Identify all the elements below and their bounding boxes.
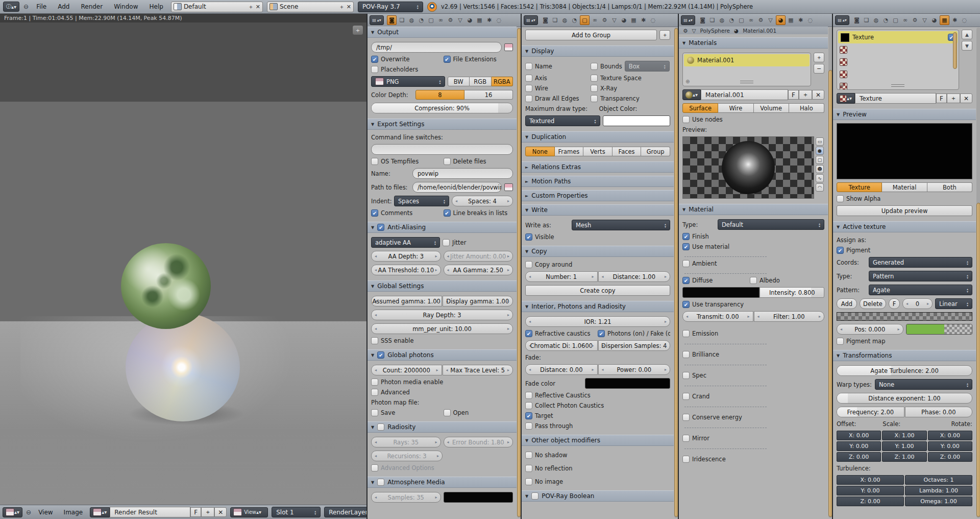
preview-both-button[interactable]: Both: [927, 182, 972, 192]
object-data-tab-icon[interactable]: ▽: [456, 16, 464, 25]
material-slot-item[interactable]: Material.001: [684, 54, 810, 66]
write-as-dropdown[interactable]: Mesh▴▾: [572, 220, 670, 230]
new-texture-button[interactable]: ＋: [947, 93, 960, 103]
phase-slider[interactable]: Phase: 0.00: [905, 407, 973, 417]
display-gamma-slider[interactable]: Display gamma: 1.00: [443, 296, 513, 306]
export-name-field[interactable]: povwip: [412, 168, 513, 179]
rotate-z-field[interactable]: Z: 0.00: [928, 452, 972, 462]
editor-type-properties-button[interactable]: ▤▴▾: [681, 15, 695, 25]
modifiers-tab-icon[interactable]: ⚙: [600, 16, 609, 25]
physics-tab-icon[interactable]: ◌: [495, 16, 503, 25]
world-tab-icon[interactable]: ◔: [417, 16, 426, 25]
indent-dropdown[interactable]: Spaces▴▾: [394, 196, 449, 206]
turbulence-z-field[interactable]: Z: 0.00: [837, 497, 904, 506]
rgb-button[interactable]: RGB: [470, 77, 492, 86]
filter-slider[interactable]: Filter: 1.00: [754, 311, 825, 322]
file-browse-icon[interactable]: [504, 183, 513, 191]
ior-slider[interactable]: IOR: 1.21: [525, 316, 670, 327]
use-material-checkbox[interactable]: [682, 243, 690, 250]
material-tab-icon[interactable]: ◕: [776, 15, 786, 25]
aa-gamma-slider[interactable]: AA Gamma: 2.50: [444, 265, 513, 275]
object-tab-icon[interactable]: ▢: [427, 16, 435, 25]
object-tab-icon[interactable]: ▢: [891, 16, 900, 25]
photon-count-slider[interactable]: Count: 2000000: [371, 365, 442, 375]
custom-properties-panel-header[interactable]: ►Custom Properties: [522, 190, 674, 201]
photon-save-checkbox[interactable]: [371, 409, 378, 416]
turbulence-x-field[interactable]: X: 0.00: [837, 475, 904, 485]
image-name-field[interactable]: Render Result: [110, 507, 190, 517]
brilliance-checkbox[interactable]: [682, 351, 690, 358]
texture-datablock-icon-button[interactable]: ▴▾: [837, 93, 855, 104]
menu-render[interactable]: Render: [77, 2, 106, 11]
preview-panel-header[interactable]: ▼Preview: [833, 109, 976, 120]
move-texture-down-button[interactable]: ▼: [962, 41, 972, 51]
jitter-checkbox[interactable]: [443, 239, 450, 246]
media-color-swatch[interactable]: [444, 492, 513, 503]
scene-tab-icon[interactable]: ◍: [560, 16, 569, 25]
fade-distance-slider[interactable]: Distance: 0.00: [525, 364, 598, 375]
rotate-x-field[interactable]: X: 0.00: [928, 431, 972, 440]
radiosity-panel-header[interactable]: ▼Radiosity: [368, 421, 517, 433]
fake-user-button[interactable]: F: [788, 90, 799, 100]
depth-16-button[interactable]: 16: [464, 90, 513, 100]
finish-checkbox[interactable]: [682, 233, 690, 240]
export-path-field[interactable]: /home/leonid/blender/povwip/: [412, 182, 502, 193]
physics-tab-icon[interactable]: ◌: [806, 16, 815, 25]
assumed-gamma-slider[interactable]: Assumed gamma: 1.00: [371, 296, 442, 306]
scene-selector[interactable]: Scene ＋ ✕: [267, 2, 354, 12]
compression-slider[interactable]: Compression: 90%: [371, 103, 513, 113]
texture-tab-icon[interactable]: ▦: [940, 15, 949, 25]
photon-open-checkbox[interactable]: [444, 409, 451, 416]
particles-tab-icon[interactable]: ✱: [639, 16, 648, 25]
ramp-delete-button[interactable]: Delete: [860, 298, 886, 309]
unlink-material-button[interactable]: ✕: [812, 90, 824, 100]
conserve-energy-checkbox[interactable]: [682, 414, 690, 421]
dupli-none-button[interactable]: None: [525, 147, 555, 156]
write-panel-header[interactable]: ▼Write: [522, 204, 674, 216]
preview-cube-button[interactable]: ▢: [816, 156, 824, 164]
add-to-group-button[interactable]: Add to Group: [525, 30, 657, 40]
photons-fake-checkbox[interactable]: [598, 330, 605, 337]
mirror-checkbox[interactable]: [682, 435, 690, 442]
overwrite-checkbox[interactable]: [371, 56, 378, 63]
material-name-field[interactable]: Material.001: [701, 89, 788, 100]
relations-extras-panel-header[interactable]: ►Relations Extras: [522, 161, 674, 173]
motion-paths-panel-header[interactable]: ►Motion Paths: [522, 176, 674, 187]
texture-slot-item[interactable]: [837, 56, 959, 68]
file-extensions-checkbox[interactable]: [444, 56, 451, 63]
copy-panel-header[interactable]: ▼Copy: [522, 246, 674, 257]
constraints-tab-icon[interactable]: ∞: [591, 16, 599, 25]
object-color-swatch[interactable]: [603, 115, 671, 126]
scrollbar-thumb[interactable]: [976, 203, 980, 517]
export-settings-panel-header[interactable]: ▼Export Settings: [368, 119, 517, 130]
albedo-checkbox[interactable]: [750, 277, 757, 284]
offset-y-field[interactable]: Y: 0.00: [837, 441, 881, 451]
world-tab-icon[interactable]: ◔: [570, 16, 579, 25]
target-checkbox[interactable]: [525, 412, 532, 419]
preview-sphere-button[interactable]: ●: [816, 147, 824, 155]
texture-slot-item[interactable]: [837, 43, 959, 56]
mm-per-unit-slider[interactable]: mm_per_unit: 10.00: [371, 323, 513, 334]
emission-checkbox[interactable]: [682, 330, 690, 337]
add-scene-icon[interactable]: ＋: [339, 3, 345, 11]
move-texture-up-button[interactable]: ▲: [962, 30, 972, 39]
surface-button[interactable]: Surface: [682, 103, 718, 113]
fade-color-swatch[interactable]: [585, 378, 670, 389]
constraints-tab-icon[interactable]: ∞: [436, 16, 445, 25]
global-photons-panel-header[interactable]: ▼Global photons: [368, 349, 517, 361]
atmosphere-media-checkbox[interactable]: [377, 479, 384, 486]
ramp-color-swatch[interactable]: [906, 324, 973, 335]
menu-window[interactable]: Window: [110, 2, 141, 11]
diffuse-checkbox[interactable]: [682, 277, 690, 284]
physics-tab-icon[interactable]: ◌: [960, 16, 969, 25]
xray-checkbox[interactable]: [591, 85, 598, 92]
texture-type-dropdown[interactable]: Pattern▴▾: [869, 271, 972, 281]
spec-checkbox[interactable]: [682, 372, 690, 379]
fake-user-button[interactable]: F: [936, 93, 947, 103]
texture-slot-item[interactable]: [837, 68, 959, 80]
scene-tab-icon[interactable]: ◍: [407, 16, 416, 25]
pigment-map-checkbox[interactable]: [837, 338, 844, 345]
chromatic-dispersion-slider[interactable]: Chromatic Di: 1.0600: [525, 340, 598, 351]
materials-panel-header[interactable]: ▼Materials: [679, 37, 828, 49]
editor-type-info-button[interactable]: ⓘ▴▾: [3, 2, 19, 12]
